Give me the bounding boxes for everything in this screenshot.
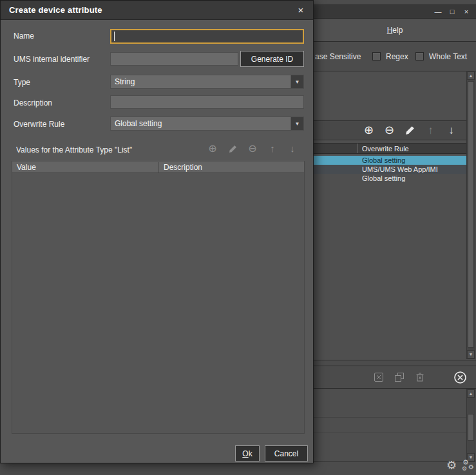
copy-icon[interactable]	[394, 371, 405, 383]
overwrite-rule-label: Overwrite Rule	[14, 120, 64, 129]
gear-icon: ⚙	[446, 460, 457, 471]
regex-checkbox[interactable]	[372, 52, 381, 61]
name-label: Name	[14, 32, 34, 41]
ok-button[interactable]: Ok	[235, 445, 260, 461]
gear-icon: ⚙	[462, 466, 467, 472]
scrollbar-thumb[interactable]	[468, 414, 474, 441]
edit-icon[interactable]	[404, 124, 416, 136]
move-up-icon[interactable]: ↑	[267, 143, 278, 154]
row-label: UMS/UMS Web App/IMI	[362, 165, 438, 173]
chevron-down-icon: ▼	[295, 79, 300, 85]
move-up-icon[interactable]: ↑	[424, 124, 437, 136]
values-section-title: Values for the Attribute Type "List"	[16, 145, 132, 154]
help-button[interactable]: Help	[387, 26, 403, 35]
type-label: Type	[14, 78, 30, 87]
table-row[interactable]: Global setting	[314, 156, 466, 165]
column-header-label: Overwrite Rule	[362, 145, 409, 153]
table-row[interactable]: UMS/UMS Web App/IMI	[314, 165, 466, 174]
remove-icon[interactable]: ⊖	[383, 124, 395, 136]
dialog-title: Create device attribute	[9, 5, 102, 15]
values-section: Values for the Attribute Type "List" ⊕ ⊖…	[12, 140, 305, 434]
scroll-down-icon[interactable]: ▼	[467, 350, 475, 359]
whole-text-checkbox[interactable]	[415, 52, 424, 61]
whole-text-label: Whole Text	[429, 52, 467, 61]
add-icon[interactable]: ⊕	[207, 143, 218, 154]
type-select[interactable]: String ▼	[110, 75, 304, 89]
divider	[314, 433, 466, 433]
scroll-up-icon[interactable]: ▲	[467, 71, 475, 80]
screen: — □ × Help ase Sensitive Regex Whole Tex…	[0, 0, 476, 475]
scroll-up-icon[interactable]: ▲	[467, 389, 475, 398]
dialog-close-icon[interactable]: ×	[294, 4, 307, 17]
dialog-titlebar[interactable]: Create device attribute ×	[1, 1, 313, 20]
maximize-icon[interactable]: □	[448, 6, 457, 17]
help-bar: Help	[314, 19, 476, 42]
remove-assignment-icon[interactable]	[453, 371, 467, 384]
type-value: String	[111, 75, 290, 88]
minimize-icon[interactable]: —	[433, 6, 443, 17]
create-device-attribute-dialog: Create device attribute × Name UMS inter…	[0, 0, 314, 463]
add-icon[interactable]: ⊕	[363, 124, 375, 136]
cancel-button[interactable]: Cancel	[265, 445, 308, 461]
window-controls: — □ ×	[433, 6, 471, 17]
text-caret	[114, 32, 115, 41]
results-scrollbar[interactable]: ▲ ▼	[466, 71, 475, 359]
ums-id-input[interactable]	[110, 52, 238, 66]
values-table-body	[12, 174, 304, 433]
delete-icon[interactable]	[414, 371, 426, 383]
assignment-scrollbar[interactable]: ▲ ▼	[466, 389, 475, 462]
remove-icon[interactable]: ⊖	[247, 143, 258, 154]
values-table-header: Value Description	[12, 162, 304, 173]
scrollbar-thumb[interactable]	[468, 81, 474, 348]
divider	[314, 417, 466, 418]
description-column-header[interactable]: Description	[159, 162, 304, 172]
assignment-panel	[314, 389, 466, 462]
values-table: Value Description	[12, 161, 305, 434]
results-toolbar: ⊕ ⊖ ↑ ↓	[314, 120, 466, 140]
row-label: Global setting	[362, 174, 405, 182]
ums-id-label: UMS internal identifier	[14, 55, 90, 64]
assignment-toolbar	[314, 366, 476, 389]
overwrite-rule-select[interactable]: Global setting ▼	[110, 116, 304, 131]
table-row[interactable]: Global setting	[314, 174, 466, 183]
gear-icon: ⚙	[468, 464, 474, 470]
overwrite-rule-column-header[interactable]: Overwrite Rule	[314, 143, 466, 154]
window-close-icon[interactable]: ×	[462, 6, 471, 17]
move-down-icon[interactable]: ↓	[287, 143, 298, 154]
case-sensitive-label: ase Sensitive	[315, 52, 361, 61]
value-column-header[interactable]: Value	[12, 162, 159, 172]
results-panel	[314, 71, 476, 360]
values-toolbar: ⊕ ⊖ ↑ ↓	[207, 143, 298, 154]
chevron-down-icon: ▼	[295, 121, 300, 127]
edit-icon[interactable]	[227, 144, 238, 154]
clear-icon[interactable]	[373, 371, 385, 383]
type-dropdown-button[interactable]: ▼	[290, 75, 303, 88]
description-label: Description	[14, 98, 52, 107]
generate-id-button[interactable]: Generate ID	[240, 51, 304, 67]
row-label: Global setting	[362, 156, 405, 164]
overwrite-dropdown-button[interactable]: ▼	[290, 117, 303, 130]
overwrite-rule-value: Global setting	[111, 117, 290, 130]
name-input[interactable]	[110, 29, 304, 44]
regex-label: Regex	[386, 52, 408, 61]
move-down-icon[interactable]: ↓	[445, 124, 457, 136]
column-divider[interactable]	[357, 144, 358, 153]
description-input[interactable]	[110, 95, 304, 109]
